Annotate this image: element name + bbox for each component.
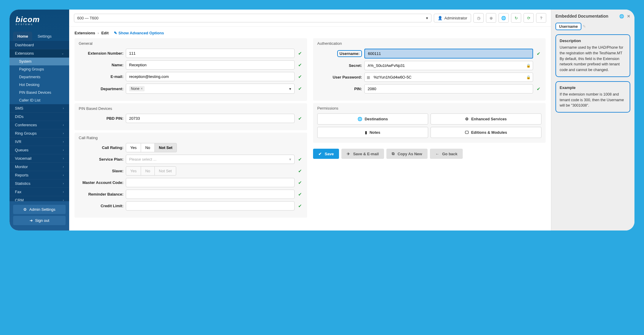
username-input[interactable] — [364, 49, 533, 59]
name-label: Name: — [79, 63, 123, 67]
arrow-left-icon: ← — [435, 152, 439, 156]
reminder-balance-input[interactable] — [126, 190, 295, 199]
wrench-icon: ✎ — [114, 31, 117, 35]
check-icon: ✔ — [297, 157, 303, 162]
check-icon: ✔ — [297, 86, 303, 91]
globe-icon[interactable]: 🌐 — [619, 14, 624, 19]
edit-icon[interactable]: ✎ — [583, 24, 586, 29]
doc-desc-heading: Description — [560, 39, 626, 43]
nav-crm[interactable]: CRM› — [10, 196, 69, 201]
tab-home[interactable]: Home — [13, 32, 32, 41]
check-icon: ✔ — [297, 116, 303, 121]
right-column: Authentication Username:✔ Secret:🔒 User … — [313, 38, 546, 225]
nav-ext-paging[interactable]: Paging Groups — [10, 65, 69, 73]
nav-ext-departments[interactable]: Departments — [10, 73, 69, 81]
nav-dids[interactable]: DIDs — [10, 113, 69, 121]
nav-conferences[interactable]: Conferences› — [10, 121, 69, 129]
go-back-button[interactable]: ←Go back — [430, 149, 463, 159]
chevron-right-icon: › — [63, 182, 64, 185]
topbar: 600 — T600▾ 👤Administrator ◷ ⊕ 🌐 ↻ ⟳ ? — [69, 10, 551, 27]
check-icon: ✔ — [297, 62, 303, 68]
admin-settings-button[interactable]: ⚙Admin Settings — [13, 205, 66, 214]
notes-button[interactable]: ▮Notes — [317, 127, 428, 138]
remove-tag-icon[interactable]: × — [141, 87, 143, 91]
nav-monitor[interactable]: Monitor› — [10, 163, 69, 171]
app-root: bicom SYSTEMS Home Settings Dashboard Ex… — [10, 10, 634, 230]
nav-reports[interactable]: Reports› — [10, 171, 69, 179]
nav-sms[interactable]: SMS› — [10, 104, 69, 113]
master-account-code-input[interactable] — [126, 178, 295, 187]
nav-dashboard[interactable]: Dashboard — [10, 41, 69, 49]
credit-limit-input[interactable] — [126, 201, 295, 210]
send-icon: ✈ — [347, 152, 350, 156]
editions-modules-button[interactable]: 🖵Editions & Modules — [431, 127, 541, 138]
language-icon-button[interactable]: ⊕ — [486, 13, 496, 23]
nav-ringgroups[interactable]: Ring Groups› — [10, 129, 69, 138]
master-account-code-label: Master Account Code: — [79, 180, 123, 185]
tenant-select[interactable]: 600 — T600▾ — [74, 14, 431, 22]
lock-icon: 🔒 — [526, 75, 531, 79]
reload-icon-button[interactable]: ↻ — [511, 13, 521, 23]
nav-ext-callerid[interactable]: Caller ID List — [10, 96, 69, 104]
secret-input[interactable] — [364, 61, 533, 70]
nav-ext-system[interactable]: System — [10, 58, 69, 65]
nav-extensions[interactable]: Extensions⌄ — [10, 49, 69, 58]
help-icon-button[interactable]: ? — [536, 13, 546, 23]
chevron-right-icon: › — [63, 140, 64, 143]
nav-fax[interactable]: Fax› — [10, 188, 69, 196]
enhanced-services-button[interactable]: ⚙Enhanced Services — [431, 113, 541, 125]
slave-label: Slave: — [79, 169, 123, 173]
nav-voicemail[interactable]: Voicemail› — [10, 154, 69, 163]
department-select[interactable]: None×▾ — [126, 84, 295, 94]
check-icon: ✔ — [297, 203, 303, 209]
monitor-icon: 🖵 — [465, 130, 469, 135]
chevron-right-icon: › — [63, 123, 64, 127]
caret-down-icon: ▾ — [289, 157, 291, 162]
crumb-edit: Edit — [101, 31, 109, 35]
call-rating-yes[interactable]: Yes — [126, 143, 141, 152]
pin-label: PIN: — [317, 87, 362, 91]
call-rating-no[interactable]: No — [141, 143, 155, 152]
save-email-button[interactable]: ✈Save & E-mail — [341, 149, 384, 159]
chevron-down-icon: ⌄ — [61, 52, 64, 55]
panel-general: General Extension Number:✔ Name:✔ E-mail… — [75, 38, 307, 101]
nav-statistics[interactable]: Statistics› — [10, 179, 69, 188]
breadcrumb: Extensions › Edit ✎Show Advanced Options — [69, 27, 551, 38]
gear-icon: ⚙ — [23, 207, 27, 212]
nav-ivr[interactable]: IVR› — [10, 138, 69, 146]
extension-number-input[interactable] — [126, 49, 295, 58]
doc-desc-text: Username used by the UAD/Phone for the r… — [560, 45, 626, 73]
world-icon-button[interactable]: 🌐 — [499, 13, 509, 23]
save-button[interactable]: ✔Save — [313, 149, 339, 159]
user-menu[interactable]: 👤Administrator — [434, 14, 471, 22]
sync-icon-button[interactable]: ⟳ — [524, 13, 534, 23]
pbd-pin-input[interactable] — [126, 114, 295, 123]
nav-ext-pinbased[interactable]: PIN Based Devices — [10, 89, 69, 96]
call-rating-toggle: YesNoNot Set — [126, 143, 295, 152]
sync-icon: ⟳ — [527, 16, 530, 20]
check-icon: ✔ — [318, 152, 322, 156]
destinations-button[interactable]: 🌐Destinations — [317, 113, 428, 125]
clock-icon-button[interactable]: ◷ — [473, 13, 484, 23]
panel-pbd-title: PIN Based Devices — [79, 106, 303, 111]
crumb-extensions[interactable]: Extensions — [75, 31, 95, 35]
nav-queues[interactable]: Queues› — [10, 146, 69, 154]
close-icon[interactable]: ✕ — [627, 14, 630, 19]
email-input[interactable] — [126, 72, 295, 81]
nav: Dashboard Extensions⌄ System Paging Grou… — [10, 41, 69, 201]
department-label: Department: — [79, 87, 123, 91]
tab-settings[interactable]: Settings — [33, 32, 56, 41]
pin-input[interactable] — [364, 84, 533, 93]
service-plan-select[interactable]: Please select ...▾ — [126, 155, 295, 164]
sign-out-button[interactable]: ➜Sign out — [13, 216, 66, 225]
copy-as-new-button[interactable]: ⧉Copy As New — [386, 149, 428, 159]
chevron-right-icon: › — [63, 199, 64, 201]
lock-icon: 🔒 — [526, 64, 531, 68]
nav-ext-hotdesk[interactable]: Hot Desking — [10, 81, 69, 89]
name-input[interactable] — [126, 60, 295, 70]
user-password-input[interactable] — [364, 73, 533, 82]
help-icon: ? — [540, 16, 542, 20]
call-rating-notset[interactable]: Not Set — [154, 143, 177, 152]
qr-icon: ▦ — [367, 75, 370, 79]
show-advanced-link[interactable]: ✎Show Advanced Options — [114, 31, 164, 35]
